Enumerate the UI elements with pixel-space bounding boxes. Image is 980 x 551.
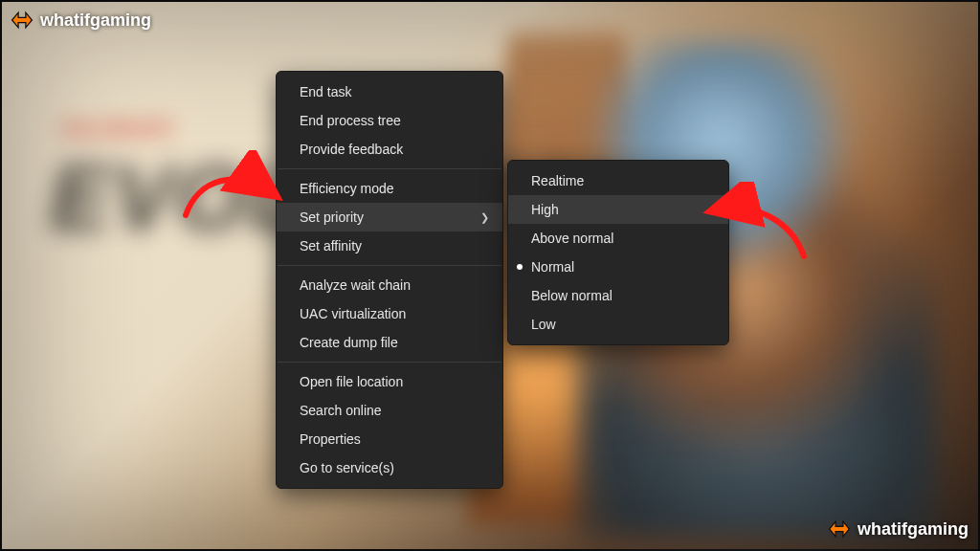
watermark-top-left: whatifgaming xyxy=(10,8,151,33)
menu-separator xyxy=(278,362,501,363)
menu-item-set-priority[interactable]: Set priority❯ xyxy=(277,203,502,231)
menu-item-label: Set priority xyxy=(300,208,364,227)
menu-item-label: Realtime xyxy=(531,171,584,190)
menu-item-label: Normal xyxy=(531,257,574,276)
menu-item-set-affinity[interactable]: Set affinity xyxy=(277,231,502,260)
menu-separator xyxy=(278,168,501,169)
menu-item-label: Provide feedback xyxy=(300,140,403,159)
menu-item-label: Below normal xyxy=(531,286,612,305)
menu-item-uac-virtualization[interactable]: UAC virtualization xyxy=(277,299,502,328)
menu-item-label: Above normal xyxy=(531,229,613,248)
set-priority-submenu[interactable]: RealtimeHighAbove normalNormalBelow norm… xyxy=(507,160,729,345)
radio-indicator-icon xyxy=(517,264,523,270)
menu-item-efficiency-mode[interactable]: Efficiency mode xyxy=(277,174,502,203)
menu-item-go-to-service-s[interactable]: Go to service(s) xyxy=(277,453,502,482)
menu-item-search-online[interactable]: Search online xyxy=(277,396,502,425)
menu-item-analyze-wait-chain[interactable]: Analyze wait chain xyxy=(277,271,502,299)
menu-item-label: Search online xyxy=(300,401,382,420)
watermark-text: whatifgaming xyxy=(40,11,151,31)
menu-item-end-task[interactable]: End task xyxy=(277,77,502,106)
menu-item-label: High xyxy=(531,200,559,219)
svg-marker-0 xyxy=(12,12,33,28)
menu-item-label: Set affinity xyxy=(300,236,362,255)
menu-item-label: Analyze wait chain xyxy=(300,276,411,295)
menu-item-label: Properties xyxy=(300,430,361,449)
watermark-bottom-right: whatifgaming xyxy=(827,517,969,541)
chevron-right-icon: ❯ xyxy=(471,208,489,227)
priority-option-high[interactable]: High xyxy=(508,195,728,224)
whatifgaming-logo-icon xyxy=(10,8,34,33)
priority-option-realtime[interactable]: Realtime xyxy=(508,166,728,195)
whatifgaming-logo-icon xyxy=(827,517,852,541)
priority-option-below-normal[interactable]: Below normal xyxy=(508,281,728,310)
menu-separator xyxy=(278,265,501,266)
priority-option-normal[interactable]: Normal xyxy=(508,253,728,281)
priority-option-above-normal[interactable]: Above normal xyxy=(508,224,728,253)
bg-subtitle: VALORANT xyxy=(59,117,175,142)
svg-marker-1 xyxy=(830,521,850,537)
screenshot-stage: VALORANT EVOLUTION whatifgaming whatifga… xyxy=(0,0,980,551)
menu-item-open-file-location[interactable]: Open file location xyxy=(277,367,502,396)
watermark-text: whatifgaming xyxy=(858,519,969,540)
menu-item-label: Low xyxy=(531,315,556,334)
menu-item-properties[interactable]: Properties xyxy=(277,425,502,453)
menu-item-label: Open file location xyxy=(300,372,403,391)
menu-item-label: End task xyxy=(300,82,351,101)
menu-item-label: UAC virtualization xyxy=(300,304,406,323)
menu-item-create-dump-file[interactable]: Create dump file xyxy=(277,328,502,357)
menu-item-provide-feedback[interactable]: Provide feedback xyxy=(277,135,502,164)
menu-item-label: Create dump file xyxy=(300,333,398,352)
menu-item-label: End process tree xyxy=(300,111,401,130)
priority-option-low[interactable]: Low xyxy=(508,310,728,339)
task-manager-context-menu[interactable]: End taskEnd process treeProvide feedback… xyxy=(276,71,503,489)
menu-item-label: Efficiency mode xyxy=(300,179,394,198)
menu-item-end-process-tree[interactable]: End process tree xyxy=(277,106,502,135)
menu-item-label: Go to service(s) xyxy=(300,458,394,477)
